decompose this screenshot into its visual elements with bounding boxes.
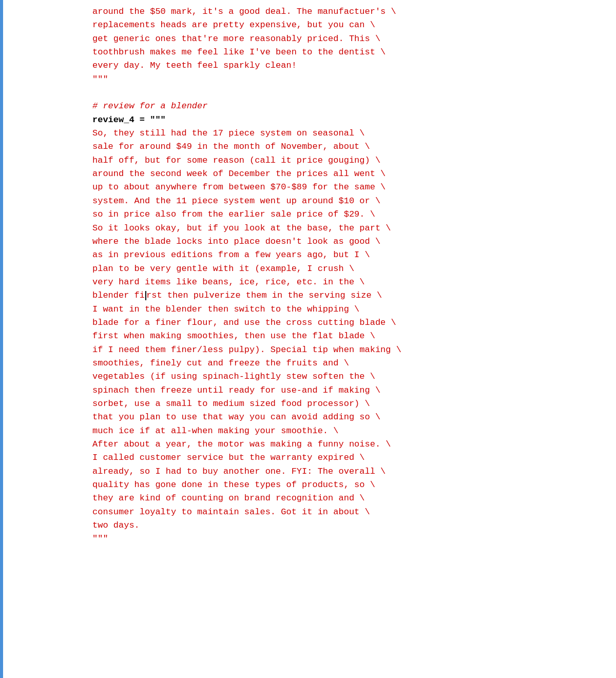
blender-line-0: So, they still had the 17 piece system o… [92,127,601,140]
content-area: around the $50 mark, it's a good deal. T… [21,0,616,567]
blender-line-2: half off, but for some reason (call it p… [92,154,601,167]
blender-line-12-text: blender fi [92,290,145,300]
blender-line-20: sorbet, use a small to medium sized food… [92,397,601,411]
blender-line-9: as in previous editions from a few years… [92,248,601,262]
blender-line-11: very hard items like beans, ice, rice, e… [92,276,601,289]
intro-triple-quote: """ [92,73,601,86]
blender-line-7: So it looks okay, but if you look at the… [92,222,601,235]
blender-line-25: already, so I had to buy another one. FY… [92,465,601,478]
intro-line-4: toothbrush makes me feel like I've been … [92,46,601,59]
blender-line-16: if I need them finer/less pulpy). Specia… [92,343,601,357]
blender-line-3: around the second week of December the p… [92,167,601,181]
blender-line-1: sale for around $49 in the month of Nove… [92,140,601,153]
blender-line-22: much ice if at all-when making your smoo… [92,424,601,438]
blender-line-8: where the blade locks into place doesn't… [92,235,601,248]
intro-line-1: around the $50 mark, it's a good deal. T… [92,5,601,18]
blender-line-21: that you plan to use that way you can av… [92,411,601,424]
blender-line-27: they are kind of counting on brand recog… [92,492,601,505]
blender-line-14: blade for a finer flour, and use the cro… [92,316,601,330]
blender-line-13: I want in the blender then switch to the… [92,303,601,316]
blender-line-4: up to about anywhere from between $70-$8… [92,181,601,194]
intro-text-block: around the $50 mark, it's a good deal. T… [92,5,601,86]
blender-line-5: system. And the 11 piece system went up … [92,195,601,208]
blender-line-29: two days. [92,519,601,532]
blender-line-28: consumer loyalty to maintain sales. Got … [92,506,601,519]
variable-assignment: review_4 = """ [92,113,601,127]
end-triple-quote: """ [92,532,601,546]
blender-line-23: After about a year, the motor was making… [92,438,601,451]
blender-line-17: smoothies, finely cut and freeze the fru… [92,357,601,370]
intro-line-3: get generic ones that're more reasonably… [92,32,601,46]
intro-line-2: replacements heads are pretty expensive,… [92,18,601,32]
blender-line-24: I called customer service but the warran… [92,451,601,464]
blank-line-1 [92,86,601,100]
blender-line-12-text-after: rst then pulverize them in the serving s… [146,290,382,300]
blender-line-15: first when making smoothies, then use th… [92,330,601,343]
blender-line-19: spinach then freeze until ready for use-… [92,384,601,397]
blender-line-12: blender first then pulverize them in the… [92,289,601,302]
intro-line-5: every day. My teeth feel sparkly clean! [92,59,601,72]
blender-comment: # review for a blender [92,100,601,113]
page-container: around the $50 mark, it's a good deal. T… [0,0,616,678]
blender-line-26: quality has gone done in these types of … [92,478,601,492]
blender-line-6: so in price also from the earlier sale p… [92,208,601,221]
blender-line-18: vegetables (if using spinach-lightly ste… [92,370,601,383]
blender-line-10: plan to be very gentle with it (example,… [92,262,601,276]
left-bar [0,0,3,678]
blender-text-block: So, they still had the 17 piece system o… [92,127,601,546]
